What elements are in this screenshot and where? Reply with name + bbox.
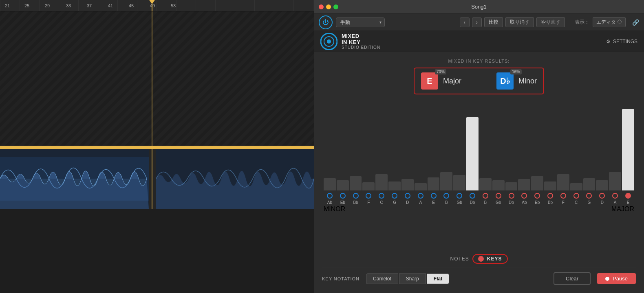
chromagram-bars: [322, 101, 636, 190]
mode-dropdown[interactable]: 手動: [336, 17, 385, 27]
note-label-5: G: [393, 200, 396, 205]
note-dot-16: [534, 193, 540, 199]
brand-subtitle: STUDIO EDITION: [342, 45, 380, 50]
chroma-bar-wrap-18: [557, 101, 569, 190]
note-label-14: Db: [509, 200, 514, 205]
settings-button[interactable]: ⚙ SETTINGS: [606, 39, 637, 44]
primary-key-note: E: [427, 77, 432, 86]
note-dot-wrap-11: Db: [466, 193, 479, 205]
note-dot-15: [521, 193, 527, 199]
clear-button[interactable]: Clear: [554, 272, 591, 285]
note-dot-21: [599, 193, 605, 199]
undo-button[interactable]: 取り消す: [505, 17, 534, 27]
chroma-bar-5: [388, 181, 401, 190]
note-label-11: Db: [470, 200, 475, 205]
svg-point-5: [327, 39, 331, 44]
chroma-bar-wrap-19: [570, 101, 582, 190]
note-label-19: C: [575, 200, 578, 205]
window-title: Song1: [471, 4, 487, 10]
minimize-button[interactable]: [326, 4, 331, 9]
note-dot-wrap-23: E: [622, 193, 634, 205]
note-label-15: Ab: [522, 200, 527, 205]
note-label-12: B: [484, 200, 487, 205]
chroma-bar-10: [453, 175, 465, 190]
note-dot-0: [327, 193, 333, 199]
note-label-0: Ab: [327, 200, 332, 205]
chroma-bar-wrap-20: [583, 101, 595, 190]
playhead-line-lower: [152, 149, 152, 209]
playhead[interactable]: [152, 0, 152, 11]
note-dot-wrap-5: G: [388, 193, 401, 205]
key-results-box: E 73% Major D♭ 16% Minor: [414, 68, 544, 94]
chroma-bar-wrap-4: [375, 101, 388, 190]
note-dot-wrap-13: Gb: [492, 193, 505, 205]
maximize-button[interactable]: [333, 4, 338, 9]
display-value: エディタ ◇: [593, 17, 626, 27]
brand-text: MIXEDIN KEY STUDIO EDITION: [342, 33, 380, 50]
chroma-bar-wrap-15: [518, 101, 530, 190]
chroma-bar-wrap-9: [440, 101, 452, 190]
nav-back-button[interactable]: ‹: [460, 17, 470, 27]
chroma-bar-20: [583, 178, 595, 190]
note-dot-wrap-15: Ab: [518, 193, 530, 205]
note-dot-14: [509, 193, 514, 199]
chroma-bar-7: [415, 183, 427, 190]
primary-key-wrapper: E 73%: [421, 72, 438, 90]
chroma-bar-12: [479, 178, 492, 190]
note-dot-18: [560, 193, 566, 199]
notation-camelot-button[interactable]: Camelot: [366, 273, 398, 284]
chroma-bar-22: [609, 172, 621, 190]
compare-button[interactable]: 比較: [484, 17, 503, 27]
ruler-num-37: 37: [87, 3, 92, 8]
ruler-track: 21 25 29 33 37 41 45 49 53: [0, 0, 314, 11]
secondary-key-badge: D♭ 16%: [496, 72, 514, 90]
ruler-numbers: 21 25 29 33 37 41 45 49 53: [0, 0, 314, 11]
key-notation-label: KEY NOTATION: [322, 276, 359, 281]
note-dot-wrap-16: Eb: [531, 193, 543, 205]
chroma-bar-13: [492, 180, 505, 190]
chroma-bar-14: [505, 182, 518, 190]
note-label-3: F: [367, 200, 370, 205]
chroma-bar-21: [596, 180, 608, 190]
chroma-bar-15: [518, 179, 530, 190]
power-button[interactable]: ⏻: [319, 15, 333, 29]
keys-toggle-label: KEYS: [487, 256, 502, 262]
keys-toggle-box[interactable]: KEYS: [472, 254, 508, 264]
note-dot-wrap-19: C: [570, 193, 582, 205]
notation-sharp-button[interactable]: Sharp: [399, 273, 426, 284]
note-label-23: E: [627, 200, 630, 205]
chroma-bar-0: [324, 178, 336, 190]
chroma-bar-wrap-14: [505, 101, 518, 190]
note-dot-3: [366, 193, 371, 199]
pause-dot-icon: [605, 277, 609, 281]
nav-forward-button[interactable]: ›: [472, 17, 482, 27]
chroma-bar-23: [622, 109, 634, 190]
plugin-content: MIXED IN KEY RESULTS: E 73% Major D♭ 16%…: [314, 52, 644, 293]
note-label-4: C: [380, 200, 383, 205]
key-notation-section: KEY NOTATION Camelot Sharp Flat Clear Pa…: [322, 267, 636, 288]
daw-panel: 21 25 29 33 37 41 45 49 53: [0, 0, 314, 293]
note-label-9: B: [445, 200, 448, 205]
pause-button[interactable]: Pause: [597, 273, 636, 284]
close-button[interactable]: [319, 4, 324, 9]
brand-name: MIXEDIN KEY: [342, 33, 380, 45]
note-dot-wrap-0: Ab: [324, 193, 336, 205]
note-dot-wrap-20: G: [583, 193, 595, 205]
link-icon: 🔗: [632, 19, 639, 26]
note-dot-wrap-7: A: [415, 193, 427, 205]
note-label-22: A: [614, 200, 617, 205]
note-label-8: E: [432, 200, 435, 205]
note-dot-23: [625, 193, 631, 199]
chroma-bar-18: [557, 174, 569, 190]
plugin-header: ⏻ 手動 ▾ ‹ › 比較 取り消す やり直す 表示： エディタ ◇ 🔗: [314, 14, 644, 31]
plugin-panel: Song1 ⏻ 手動 ▾ ‹ › 比較 取り消す やり直す 表示： エディタ ◇…: [314, 0, 644, 293]
redo-button[interactable]: やり直す: [536, 17, 565, 27]
notation-flat-button[interactable]: Flat: [427, 273, 449, 284]
note-dot-19: [573, 193, 579, 199]
note-label-20: G: [588, 200, 591, 205]
chroma-bar-3: [362, 182, 375, 190]
note-dot-17: [547, 193, 553, 199]
note-dot-7: [418, 193, 423, 199]
note-dot-13: [496, 193, 501, 199]
note-dot-wrap-4: C: [375, 193, 388, 205]
